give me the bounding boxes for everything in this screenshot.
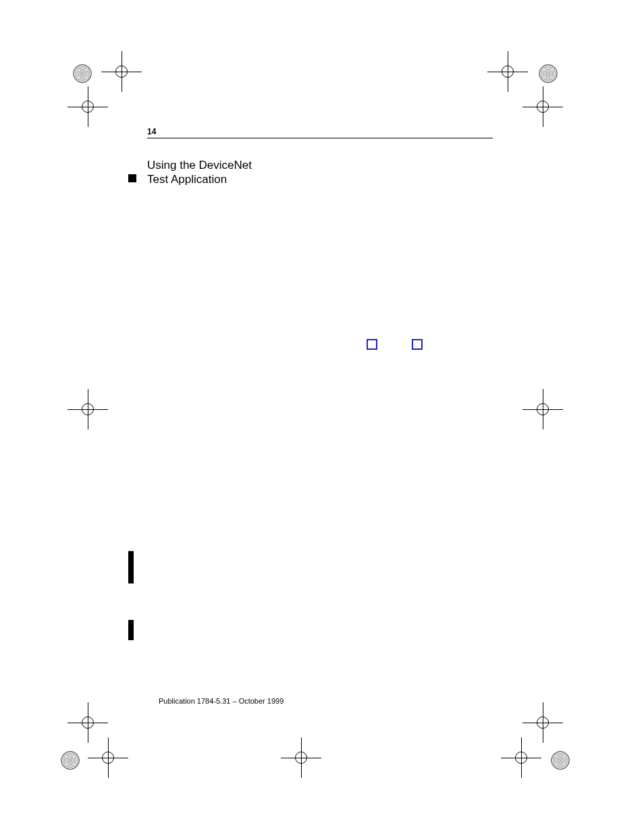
section-heading: Using the DeviceNet Test Application: [147, 158, 252, 187]
header-rule: [147, 138, 493, 138]
reference-link-box[interactable]: [412, 339, 423, 350]
heading-marker-icon: [128, 174, 136, 182]
page-number: 14: [147, 127, 156, 136]
revision-bar: [128, 620, 134, 640]
heading-line-2: Test Application: [147, 172, 252, 186]
publication-footer: Publication 1784-5.31 – October 1999: [159, 697, 284, 705]
heading-line-1: Using the DeviceNet: [147, 158, 252, 172]
reference-link-box[interactable]: [367, 339, 377, 350]
revision-bar: [128, 551, 134, 583]
